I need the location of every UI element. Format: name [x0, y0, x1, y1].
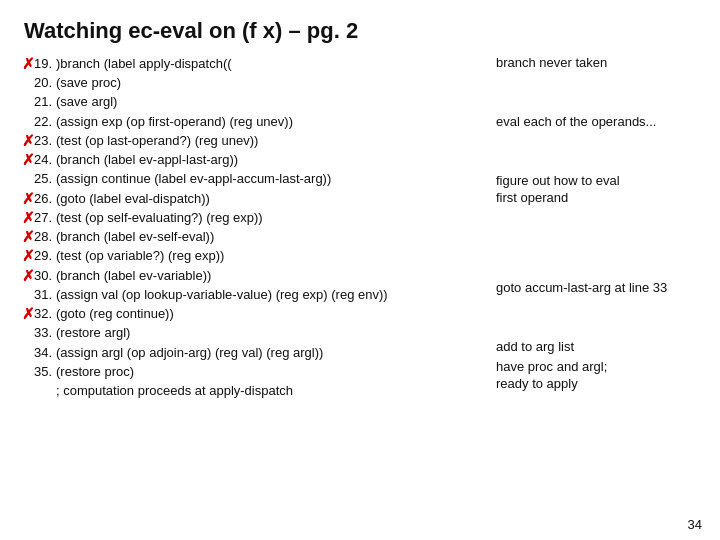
- line-code: (branch (label ev-variable)): [56, 266, 211, 285]
- line-number: 21.: [24, 92, 52, 111]
- line-item: 28.✗(branch (label ev-self-eval)): [24, 227, 486, 246]
- line-code: (save argl): [56, 92, 117, 111]
- line-number: 29.✗: [24, 246, 52, 265]
- line-item: 20.(save proc): [24, 73, 486, 92]
- line-code: (test (op self-evaluating?) (reg exp)): [56, 208, 263, 227]
- line-code: )branch (label apply-dispatch((: [56, 54, 232, 73]
- line-number: 33.: [24, 323, 52, 342]
- line-code: (branch (label ev-appl-last-arg)): [56, 150, 238, 169]
- page-number: 34: [688, 517, 702, 532]
- line-code: (goto (label eval-dispatch)): [56, 189, 210, 208]
- content-area: 19.✗)branch (label apply-dispatch((20.(s…: [24, 54, 696, 400]
- line-item: ; computation proceeds at apply-dispatch: [24, 381, 486, 400]
- line-number: 28.✗: [24, 227, 52, 246]
- line-code: (test (op last-operand?) (reg unev)): [56, 131, 258, 150]
- line-number: 22.: [24, 112, 52, 131]
- line-number: 27.✗: [24, 208, 52, 227]
- line-number: 19.✗: [24, 54, 52, 73]
- line-item: 22.(assign exp (op first-operand) (reg u…: [24, 112, 486, 131]
- annotation-text: branch never taken: [496, 54, 607, 72]
- line-number: 25.: [24, 169, 52, 188]
- line-item: 19.✗)branch (label apply-dispatch((: [24, 54, 486, 73]
- annotation-text: add to arg list: [496, 338, 574, 356]
- line-number: 20.: [24, 73, 52, 92]
- line-number: 24.✗: [24, 150, 52, 169]
- line-number: 32.✗: [24, 304, 52, 323]
- line-code: (restore argl): [56, 323, 130, 342]
- line-code: (restore proc): [56, 362, 134, 381]
- line-code: (test (op variable?) (reg exp)): [56, 246, 224, 265]
- cross-mark: ✗: [22, 149, 35, 171]
- line-code: ; computation proceeds at apply-dispatch: [56, 381, 293, 400]
- line-code: (assign val (op lookup-variable-value) (…: [56, 285, 388, 304]
- line-item: 25.(assign continue (label ev-appl-accum…: [24, 169, 486, 188]
- line-item: 23.✗(test (op last-operand?) (reg unev)): [24, 131, 486, 150]
- line-item: 29.✗(test (op variable?) (reg exp)): [24, 246, 486, 265]
- annotation-text: have proc and argl; ready to apply: [496, 358, 607, 393]
- line-number: 23.✗: [24, 131, 52, 150]
- annotation-text: figure out how to eval first operand: [496, 172, 620, 207]
- annotation-text: eval each of the operands...: [496, 113, 656, 131]
- line-number: 31.: [24, 285, 52, 304]
- line-code: (branch (label ev-self-eval)): [56, 227, 214, 246]
- line-item: 27.✗(test (op self-evaluating?) (reg exp…: [24, 208, 486, 227]
- line-code: (goto (reg continue)): [56, 304, 174, 323]
- line-code: (assign argl (op adjoin-arg) (reg val) (…: [56, 343, 323, 362]
- line-number: 26.✗: [24, 189, 52, 208]
- line-item: 21.(save argl): [24, 92, 486, 111]
- line-number: 30.✗: [24, 266, 52, 285]
- line-code: (assign continue (label ev-appl-accum-la…: [56, 169, 331, 188]
- line-item: 30.✗(branch (label ev-variable)): [24, 266, 486, 285]
- line-item: 31.(assign val (op lookup-variable-value…: [24, 285, 486, 304]
- line-item: 26.✗(goto (label eval-dispatch)): [24, 189, 486, 208]
- cross-mark: ✗: [22, 265, 35, 287]
- line-number: 34.: [24, 343, 52, 362]
- code-lines: 19.✗)branch (label apply-dispatch((20.(s…: [24, 54, 486, 400]
- cross-mark: ✗: [22, 303, 35, 325]
- line-item: 34.(assign argl (op adjoin-arg) (reg val…: [24, 343, 486, 362]
- annotation-text: goto accum-last-arg at line 33: [496, 279, 667, 297]
- line-item: 32.✗(goto (reg continue)): [24, 304, 486, 323]
- cross-mark: ✗: [22, 53, 35, 75]
- page-title: Watching ec-eval on (f x) – pg. 2: [24, 18, 696, 44]
- line-item: 33.(restore argl): [24, 323, 486, 342]
- line-item: 35.(restore proc): [24, 362, 486, 381]
- line-item: 24.✗(branch (label ev-appl-last-arg)): [24, 150, 486, 169]
- line-code: (assign exp (op first-operand) (reg unev…: [56, 112, 293, 131]
- line-code: (save proc): [56, 73, 121, 92]
- line-number: 35.: [24, 362, 52, 381]
- annotations-column: branch never takeneval each of the opera…: [486, 54, 696, 400]
